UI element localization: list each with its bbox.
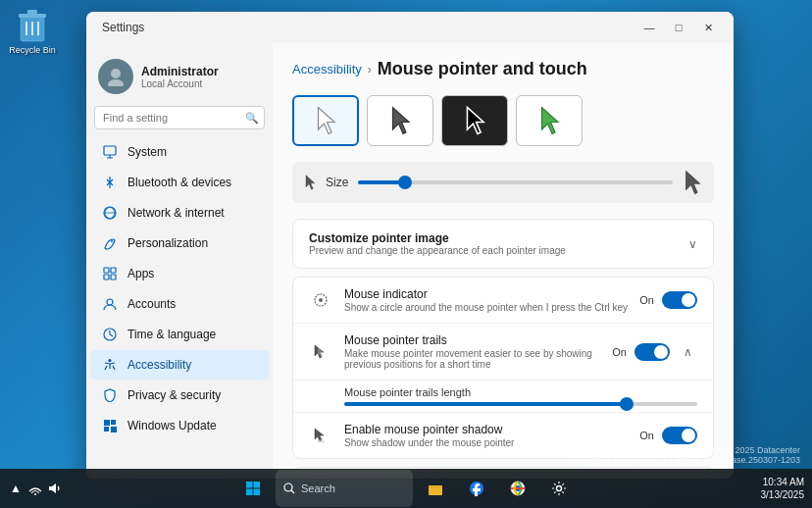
sidebar-item-accessibility[interactable]: Accessibility [90,350,269,380]
customize-pointer-header[interactable]: Customize pointer image Preview and chan… [293,220,713,268]
pointer-style-2[interactable] [367,95,433,146]
svg-rect-20 [104,420,110,426]
pointer-style-3[interactable] [441,95,508,146]
maximize-button[interactable]: □ [665,18,692,37]
breadcrumb-parent[interactable]: Accessibility [292,62,362,76]
customize-pointer-title: Customize pointer image [309,231,566,245]
watermark: Windows Server 2025 Datacenter Evaluatio… [570,445,800,465]
svg-marker-25 [393,108,410,134]
watermark-line2: Evaluation copy. Build 26J /stage_prerel… [570,455,800,465]
taskbar-right: 10:34 AM 3/13/2025 [761,476,805,501]
user-role: Local Account [141,78,219,89]
svg-point-19 [109,359,112,362]
sidebar-item-apps[interactable]: Apps [90,259,269,288]
mouse-trails-slider-thumb[interactable] [620,397,634,411]
size-slider-thumb[interactable] [398,176,412,189]
sidebar-item-network[interactable]: Network & internet [90,198,269,228]
accounts-icon [102,296,118,312]
network-icon [102,205,118,221]
start-button[interactable] [234,470,272,507]
time-icon [102,327,118,342]
watermark-line1: Windows Server 2025 Datacenter [570,445,800,455]
desktop: Recycle Bin Settings — □ ✕ [0,0,812,508]
taskbar-time: 10:34 AM [761,476,805,488]
size-slider-row: Size [292,162,714,203]
search-icon: 🔍 [245,112,259,125]
sidebar-label-bluetooth: Bluetooth & devices [127,176,231,189]
mouse-trails-toggle[interactable] [634,343,670,361]
sidebar-item-bluetooth[interactable]: Bluetooth & devices [90,168,269,197]
svg-rect-1 [19,14,46,18]
pointer-style-options [292,95,714,146]
size-label: Size [326,176,348,189]
mouse-shadow-state: On [639,430,654,441]
customize-pointer-text: Customize pointer image Preview and chan… [309,231,566,256]
svg-rect-44 [254,489,261,496]
svg-rect-16 [111,275,116,279]
minimize-button[interactable]: — [635,18,663,37]
sidebar-item-personalization[interactable]: Personalization [90,229,269,258]
breadcrumb-current: Mouse pointer and touch [378,59,587,79]
taskbar-file-explorer[interactable] [417,470,454,507]
mouse-trails-text: Mouse pointer trails Make mouse pointer … [344,333,600,370]
search-input[interactable] [94,106,265,129]
taskbar-browser[interactable] [499,470,536,507]
svg-point-39 [34,493,36,495]
svg-rect-42 [254,482,261,488]
customize-pointer-section: Customize pointer image Preview and chan… [292,219,714,269]
taskbar-app-2[interactable] [458,470,495,507]
mouse-trails-icon [309,340,332,364]
mouse-shadow-icon [309,424,332,447]
svg-marker-40 [49,483,56,493]
window-controls: — □ ✕ [635,18,722,37]
svg-rect-23 [111,427,117,432]
recycle-bin-icon[interactable]: Recycle Bin [8,8,57,55]
svg-line-46 [291,490,294,493]
sidebar-search: 🔍 [94,106,265,129]
mouse-shadow-toggle[interactable] [662,427,697,444]
system-icon [102,144,118,160]
sidebar-item-accounts[interactable]: Accounts [90,289,269,319]
taskbar-network-icon[interactable] [27,481,43,496]
time-display[interactable]: 10:34 AM 3/13/2025 [761,476,805,501]
taskbar-search-label: Search [301,483,335,494]
svg-point-36 [317,440,325,443]
taskbar: ▲ Search [0,469,812,508]
svg-rect-8 [104,146,116,155]
apps-icon [102,266,118,281]
customize-pointer-chevron: ∨ [688,237,697,251]
mouse-trails-expand[interactable]: ∧ [678,342,697,362]
pointer-style-1[interactable] [292,95,359,146]
pointer-style-4[interactable] [516,95,583,146]
privacy-icon [102,387,118,403]
svg-marker-24 [319,108,335,134]
svg-rect-2 [27,10,37,14]
sidebar-item-time[interactable]: Time & language [90,320,269,349]
mouse-indicator-icon [309,288,332,312]
svg-point-12 [111,240,113,242]
svg-marker-29 [306,176,315,189]
user-profile[interactable]: Administrator Local Account [86,51,273,106]
sidebar-item-windows-update[interactable]: Windows Update [90,411,269,440]
size-slider-track[interactable] [358,180,673,184]
mouse-trails-slider-track[interactable] [344,402,697,406]
mouse-indicator-row: Mouse indicator Show a circle around the… [293,278,713,323]
taskbar-search[interactable]: Search [276,470,413,507]
mouse-indicator-toggle[interactable] [662,291,697,309]
svg-point-45 [284,483,292,491]
svg-marker-28 [542,108,559,134]
mouse-trails-control: On ∧ [612,342,697,362]
taskbar-volume-icon[interactable] [47,481,63,496]
main-content: Accessibility › Mouse pointer and touch [273,43,734,479]
taskbar-tray-icon-1[interactable]: ▲ [8,481,24,496]
svg-rect-43 [246,489,253,496]
taskbar-settings[interactable] [540,470,578,507]
settings-window: Settings — □ ✕ [86,12,734,479]
svg-rect-22 [104,427,109,432]
cursor-large-icon [683,170,702,195]
sidebar-item-system[interactable]: System [90,137,269,167]
close-button[interactable]: ✕ [694,18,722,37]
mouse-trails-slider-fill [344,402,627,406]
svg-rect-14 [111,268,116,273]
sidebar-item-privacy[interactable]: Privacy & security [90,381,269,410]
